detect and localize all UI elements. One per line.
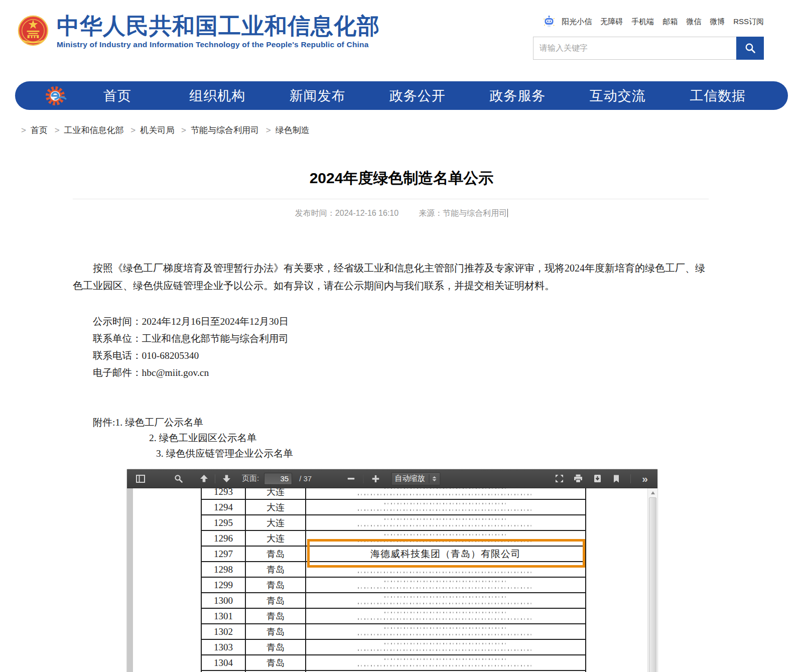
- fullscreen-icon: [555, 474, 564, 483]
- nav-item[interactable]: 组织机构: [167, 87, 267, 105]
- mascot-robot-icon: [543, 15, 555, 28]
- company-cell: [306, 624, 585, 639]
- title-divider: [73, 199, 709, 199]
- quick-link[interactable]: RSS订阅: [733, 17, 764, 27]
- presentation-mode-button[interactable]: [553, 472, 566, 485]
- blurred-text-line: [384, 658, 507, 660]
- pdf-table: 1293 大连 1294 大连: [201, 483, 586, 672]
- download-button[interactable]: [591, 472, 604, 485]
- nav-items: 首页 组织机构 新闻发布 政务公开 政务服务 互动交流 工信数据: [67, 87, 768, 105]
- city-cell: 大连: [246, 515, 306, 530]
- quick-link[interactable]: 微信: [686, 17, 701, 27]
- arrow-up-icon: [200, 475, 208, 482]
- quick-link[interactable]: 微博: [710, 17, 725, 27]
- find-button[interactable]: [172, 472, 185, 485]
- contact-block: 公示时间：2024年12月16日至2024年12月30日 联系单位：工业和信息化…: [93, 313, 803, 381]
- table-row: 1304 青岛: [202, 655, 585, 671]
- blurred-text-line: [358, 587, 533, 589]
- site-header: 中华人民共和国工业和信息化部 Ministry of Industry and …: [0, 0, 803, 81]
- table-row: 1298 青岛: [202, 562, 585, 578]
- quick-link[interactable]: 阳光小信: [562, 17, 592, 27]
- city-cell: 青岛: [246, 655, 306, 670]
- blurred-text-line: [384, 565, 507, 567]
- nav-item[interactable]: 首页: [67, 87, 167, 105]
- breadcrumb-link[interactable]: 机关司局: [140, 125, 174, 135]
- search-input[interactable]: [533, 37, 736, 60]
- city-cell: 青岛: [246, 609, 306, 623]
- row-number-cell: 1303: [202, 640, 246, 654]
- nav-item[interactable]: 政务服务: [468, 87, 568, 105]
- blurred-text-line: [358, 618, 533, 620]
- blurred-text-line: [358, 649, 533, 651]
- attachment-link[interactable]: 附件:1. 绿色工厂公示名单: [93, 415, 803, 430]
- company-cell: [306, 609, 585, 623]
- toolbar-divider: [363, 474, 363, 483]
- nav-item[interactable]: 政务公开: [367, 87, 467, 105]
- breadcrumb-link[interactable]: 首页: [31, 125, 48, 135]
- quick-link[interactable]: 无障碍: [600, 17, 623, 27]
- table-row: 1295 大连: [202, 515, 585, 531]
- nav-item[interactable]: 互动交流: [568, 87, 667, 105]
- blurred-text-line: [384, 534, 507, 535]
- company-cell: [306, 531, 585, 546]
- print-button[interactable]: [572, 472, 585, 485]
- bookmark-button[interactable]: [610, 472, 623, 485]
- nav-item[interactable]: 新闻发布: [267, 87, 367, 105]
- more-tools-button[interactable]: »: [638, 472, 651, 485]
- table-row: 1299 青岛: [202, 578, 585, 593]
- company-cell: [306, 562, 585, 577]
- site-brand[interactable]: 中华人民共和国工业和信息化部 Ministry of Industry and …: [18, 13, 380, 49]
- row-number-cell: 1300: [202, 593, 246, 608]
- zoom-mode-select[interactable]: 自动缩放: [391, 472, 440, 485]
- breadcrumb-link[interactable]: 绿色制造: [276, 125, 310, 135]
- previous-page-button[interactable]: [197, 472, 210, 485]
- breadcrumb-item: >绿色制造: [261, 125, 310, 135]
- sidebar-toggle-button[interactable]: [134, 472, 147, 485]
- company-cell: 海德威科技集团（青岛）有限公司: [306, 547, 585, 561]
- row-number-cell: 1296: [202, 531, 246, 546]
- breadcrumb-separator-icon: >: [21, 125, 26, 135]
- row-number-cell: 1304: [202, 655, 246, 670]
- breadcrumb-separator-icon: >: [130, 125, 136, 135]
- scrollbar-thumb[interactable]: [649, 497, 656, 672]
- company-cell: [306, 578, 585, 592]
- zoom-in-button[interactable]: [369, 472, 382, 485]
- breadcrumb-item: >节能与综合利用司: [177, 125, 261, 135]
- pdf-scrollbar[interactable]: [647, 488, 657, 672]
- zoom-out-button[interactable]: [344, 472, 357, 485]
- breadcrumb-link[interactable]: 工业和信息化部: [64, 125, 124, 135]
- table-row: 1302 青岛: [202, 624, 585, 640]
- publish-time-label: 发布时间：: [295, 209, 335, 217]
- publish-time: 2024-12-16 16:10: [335, 209, 398, 217]
- blurred-text-line: [384, 643, 507, 644]
- search-button[interactable]: [736, 37, 764, 60]
- scroll-up-button[interactable]: [648, 488, 657, 497]
- toolbar-divider: [630, 474, 631, 483]
- blurred-text-line: [358, 665, 533, 666]
- page-number-input[interactable]: [264, 473, 292, 485]
- triangle-up-icon: [651, 491, 655, 494]
- breadcrumb-item: >机关司局: [126, 125, 177, 135]
- contact-line: 联系单位：工业和信息化部节能与综合利用司: [93, 330, 803, 347]
- contact-line: 公示时间：2024年12月16日至2024年12月30日: [93, 313, 803, 330]
- plus-icon: [372, 475, 379, 482]
- site-subtitle-en: Ministry of Industry and Information Tec…: [57, 40, 380, 49]
- next-page-button[interactable]: [220, 472, 233, 485]
- quick-link[interactable]: 手机端: [631, 17, 654, 27]
- page-title: 2024年度绿色制造名单公示: [0, 169, 803, 187]
- site-title: 中华人民共和国工业和信息化部: [57, 13, 380, 39]
- table-row: 1294 大连: [202, 500, 585, 515]
- row-number-cell: 1299: [202, 578, 246, 592]
- nav-item[interactable]: 工信数据: [668, 87, 768, 105]
- breadcrumb: >首页 >工业和信息化部 >机关司局 >节能与综合利用司 >绿色制造: [17, 124, 803, 136]
- attachment-link[interactable]: 3. 绿色供应链管理企业公示名单: [156, 446, 803, 461]
- breadcrumb-link[interactable]: 节能与综合利用司: [191, 125, 259, 135]
- attachment-link[interactable]: 2. 绿色工业园区公示名单: [149, 430, 803, 446]
- quick-link[interactable]: 邮箱: [662, 17, 678, 27]
- toolbar-divider: [215, 474, 215, 483]
- article-meta: 发布时间：2024-12-16 16:10来源：节能与综合利用司: [0, 208, 803, 219]
- city-cell: 大连: [246, 531, 306, 546]
- company-cell: [306, 593, 585, 608]
- national-emblem-icon: [18, 13, 49, 48]
- row-number-cell: 1294: [202, 500, 246, 514]
